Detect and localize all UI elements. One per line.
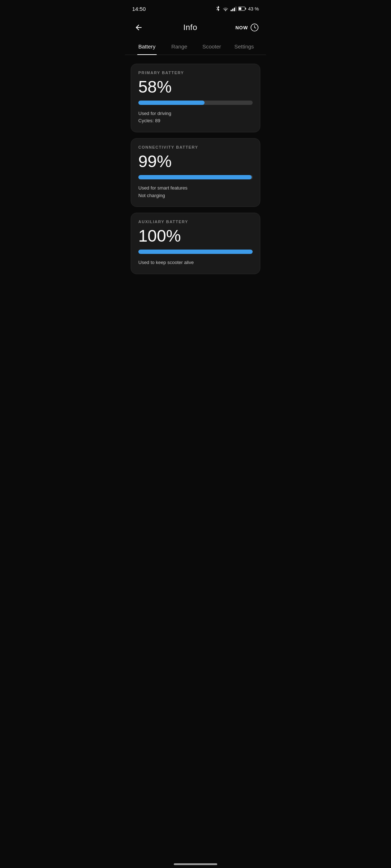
clock-icon [250,23,259,32]
connectivity-battery-bar-container [138,175,253,179]
auxiliary-battery-bar-container [138,250,253,254]
primary-battery-percentage: 58% [138,78,253,96]
now-label: NOW [235,25,248,30]
tab-bar: Battery Range Scooter Settings [125,39,266,55]
tab-range[interactable]: Range [163,39,196,55]
svg-rect-2 [234,8,235,11]
auxiliary-battery-card: AUXILIARY BATTERY 100% Used to keep scoo… [131,213,260,274]
connectivity-battery-info-line1: Used for smart features [138,184,253,192]
primary-battery-bar-fill [138,101,205,105]
status-time: 14:50 [132,6,146,12]
wifi-icon [222,6,229,11]
connectivity-battery-info-line2: Not charging [138,192,253,200]
auxiliary-battery-bar-fill [138,250,253,254]
auxiliary-battery-info-line1: Used to keep scooter alive [138,259,253,267]
svg-rect-3 [236,7,237,11]
battery-content: PRIMARY BATTERY 58% Used for driving Cyc… [125,61,266,277]
auxiliary-battery-info: Used to keep scooter alive [138,259,253,267]
connectivity-battery-bar-fill [138,175,252,179]
now-button[interactable]: NOW [235,23,259,32]
status-icons: 43 % [215,6,259,12]
connectivity-battery-percentage: 99% [138,152,253,171]
connectivity-battery-card: CONNECTIVITY BATTERY 99% Used for smart … [131,138,260,207]
connectivity-battery-info: Used for smart features Not charging [138,184,253,200]
signal-icon [231,6,236,11]
battery-percent-text: 43 % [248,6,259,12]
header: Info NOW [125,16,266,39]
auxiliary-battery-label: AUXILIARY BATTERY [138,220,253,224]
svg-rect-0 [231,10,232,11]
tab-settings[interactable]: Settings [228,39,261,55]
primary-battery-info-line2: Cycles: 89 [138,117,253,125]
svg-rect-5 [245,8,246,10]
primary-battery-info-line1: Used for driving [138,110,253,118]
connectivity-battery-label: CONNECTIVITY BATTERY [138,145,253,149]
primary-battery-bar-container [138,101,253,105]
auxiliary-battery-percentage: 100% [138,227,253,245]
bluetooth-icon [215,6,220,12]
back-icon [134,23,143,32]
primary-battery-label: PRIMARY BATTERY [138,71,253,75]
status-bar: 14:50 43 % [125,0,266,16]
primary-battery-info: Used for driving Cycles: 89 [138,110,253,125]
svg-rect-6 [239,8,241,10]
tab-scooter[interactable]: Scooter [196,39,228,55]
primary-battery-card: PRIMARY BATTERY 58% Used for driving Cyc… [131,64,260,132]
tab-battery[interactable]: Battery [131,39,163,55]
battery-status-icon [238,7,246,11]
page-title: Info [183,23,197,32]
back-button[interactable] [132,21,145,34]
svg-rect-1 [232,9,234,11]
